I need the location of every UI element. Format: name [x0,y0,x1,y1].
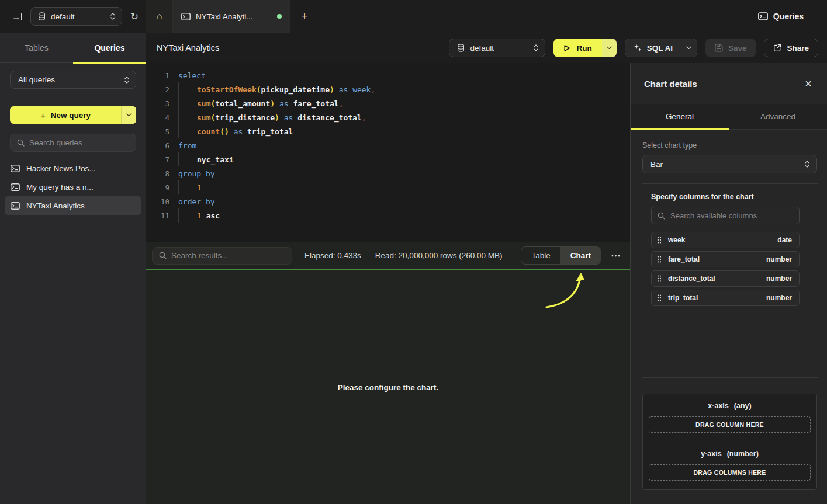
drag-handle-icon[interactable] [657,294,662,301]
queries-menu-button[interactable]: Queries [758,0,827,33]
view-tab-chart[interactable]: Chart [560,247,601,264]
sql-ai-dropdown[interactable] [681,39,697,57]
toolbar-database-selector[interactable]: default [449,39,545,57]
results-search-input[interactable] [171,251,285,260]
column-chip[interactable]: week date [651,232,800,248]
column-name: week [668,236,685,244]
chart-panel-tabs: General Advanced [631,104,827,130]
topbar-left-cluster: → default ↻ [0,0,146,33]
sidebar-tab-tables[interactable]: Tables [0,33,73,62]
sidebar-query-item[interactable]: NYTaxi Analytics [5,196,141,215]
topbar-database-selector[interactable]: default [30,7,122,26]
code-line[interactable]: 2toStartOfWeek(pickup_datetime) as week, [154,82,630,96]
columns-search-input[interactable] [670,211,793,220]
drag-handle-icon[interactable] [657,237,662,244]
x-axis-dropzone[interactable]: DRAG COLUMN HERE [649,416,811,433]
run-label: Run [576,44,591,53]
column-chip[interactable]: trip_total number [651,290,800,306]
collapse-sidebar-button[interactable]: → [12,12,22,22]
sql-ai-button[interactable]: SQL AI [625,39,697,57]
sql-ai-main[interactable]: SQL AI [625,39,681,57]
drag-handle-icon[interactable] [657,256,662,263]
new-query-main[interactable]: + New query [10,106,121,124]
sidebar-query-item[interactable]: Hacker News Pos... [5,159,141,178]
sidebar-query-item[interactable]: My query has a n... [5,178,141,196]
line-number: 1 [154,71,169,80]
column-type: number [766,294,792,302]
query-item-label: My query has a n... [26,183,94,192]
search-icon [658,212,665,220]
share-button[interactable]: Share [764,39,818,57]
indent-guide [178,82,197,96]
sidebar-tab-indicator [73,62,146,64]
query-search-box [10,134,136,152]
database-icon [457,44,465,52]
topbar-database-value: default [51,12,105,21]
query-search-input[interactable] [29,138,129,147]
code-line[interactable]: 7nyc_taxi [154,152,630,166]
code-line[interactable]: 4sum(trip_distance) as distance_total, [154,110,630,124]
chart-type-label: Select chart type [642,141,817,150]
collapse-sidebar-icon: → [12,12,20,22]
run-button-main[interactable]: Run [553,39,601,57]
code-line[interactable]: 1select [154,68,630,82]
line-number: 3 [154,99,169,108]
close-icon[interactable]: × [805,78,812,89]
query-toolbar: NYTaxi Analytics default Run [146,33,827,63]
chart-type-select[interactable]: Bar [642,155,817,173]
indent-guide [178,208,197,223]
sidebar-tab-queries[interactable]: Queries [73,33,146,62]
share-label: Share [787,44,809,53]
new-tab-button[interactable]: + [290,0,319,33]
refresh-button[interactable]: ↻ [130,12,139,22]
code-line[interactable]: 6from [154,138,630,152]
code-line[interactable]: 10order by [154,194,630,208]
y-axis-dropzone[interactable]: DRAG COLUMNS HERE [649,464,811,481]
elapsed-stat: Elapsed: 0.433s [304,251,361,260]
chart-panel-title: Chart details [644,79,697,89]
code-line[interactable]: 3sum(total_amount) as fare_total, [154,96,630,110]
code-line[interactable]: 8group by [154,166,630,180]
column-chip[interactable]: fare_total number [651,251,800,267]
view-tab-table[interactable]: Table [521,247,560,264]
x-axis-accepts: (any) [734,402,752,410]
line-number: 5 [154,127,169,136]
run-button[interactable]: Run [553,39,616,57]
query-terminal-icon [11,165,20,172]
indent-guide [178,180,197,194]
ellipsis-icon [611,255,620,257]
home-tab[interactable]: ⌂ [146,0,173,33]
code-lines: 1select2toStartOfWeek(pickup_datetime) a… [154,68,630,223]
query-tab-nytaxi[interactable]: NYTaxi Analyti... [173,0,290,33]
code-line[interactable]: 111 asc [154,208,630,223]
queries-terminal-icon [758,12,768,20]
page-title: NYTaxi Analytics [157,43,219,53]
code-line[interactable]: 5count() as trip_total [154,124,630,138]
x-axis-label: x-axis [708,402,728,410]
drag-handle-icon[interactable] [657,275,662,282]
results-search-box [152,247,292,265]
query-filter-select[interactable]: All queries [10,71,136,89]
home-icon: ⌂ [157,11,162,22]
main-body: 1select2toStartOfWeek(pickup_datetime) a… [146,63,827,504]
sql-editor[interactable]: 1select2toStartOfWeek(pickup_datetime) a… [146,63,630,242]
column-chip[interactable]: distance_total number [651,270,800,287]
chart-panel-tab-indicator [631,128,729,130]
tab-advanced[interactable]: Advanced [729,104,827,129]
new-query-button[interactable]: + New query [10,106,136,124]
new-query-label: New query [51,111,91,120]
line-number: 11 [154,211,169,220]
x-axis-header: x-axis (any) [649,402,811,410]
code-line[interactable]: 91 [154,180,630,194]
results-more-button[interactable] [608,251,623,260]
y-axis-label: y-axis [701,450,721,458]
save-button[interactable]: Save [705,39,756,57]
sparkle-icon [634,44,642,52]
indent-guide [178,110,197,124]
sidebar-tabs: Tables Queries [0,33,146,63]
run-options-dropdown[interactable] [602,39,617,57]
tab-general[interactable]: General [631,104,729,129]
panel-spacer [642,309,817,367]
sql-console-app: → default ↻ ⌂ NYTaxi Analyti... + Querie… [0,0,827,504]
new-query-dropdown[interactable] [121,106,136,124]
